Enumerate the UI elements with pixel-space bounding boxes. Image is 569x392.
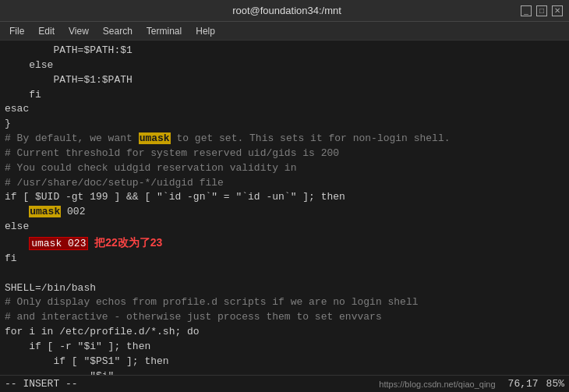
line-21: if [ -r "$i" ]; then <box>5 340 564 355</box>
menu-search[interactable]: Search <box>97 24 139 38</box>
line-23: . "$i" <box>5 369 564 375</box>
annotation-text: 把22改为了23 <box>94 236 162 249</box>
line-14: umask 023 把22改为了23 <box>5 235 564 252</box>
blog-url: https://blog.csdn.net/qiao_qing <box>379 380 495 389</box>
line-1: PATH=$PATH:$1 <box>5 44 564 58</box>
line-8: # Current threshold for system reserved … <box>5 147 564 161</box>
status-bar: -- INSERT -- https://blog.csdn.net/qiao_… <box>0 375 569 392</box>
vim-mode: -- INSERT -- <box>5 378 78 390</box>
line-5: esac <box>5 102 564 117</box>
cursor-position: 76,17 <box>508 378 539 390</box>
line-9: # You could check uidgid reservation val… <box>5 161 564 176</box>
line-10: # /usr/share/doc/setup-*/uidgid file <box>5 176 564 191</box>
line-15: fi <box>5 252 564 267</box>
line-20: for i in /etc/profile.d/*.sh; do <box>5 325 564 340</box>
scroll-percent: 85% <box>546 378 564 390</box>
line-6: } <box>5 117 564 132</box>
menu-help[interactable]: Help <box>189 24 221 38</box>
line-12: umask 002 <box>5 205 564 220</box>
line-18: # Only display echos from profile.d scri… <box>5 295 564 310</box>
menu-edit[interactable]: Edit <box>32 24 61 38</box>
line-13: else <box>5 220 564 235</box>
minimize-button[interactable]: _ <box>521 5 532 16</box>
line-19: # and interactive - otherwise just proce… <box>5 310 564 325</box>
terminal-content[interactable]: PATH=$PATH:$1 else PATH=$1:$PATH fi esac… <box>0 41 569 375</box>
window-controls[interactable]: _ □ ✕ <box>521 5 563 16</box>
line-4: fi <box>5 88 564 103</box>
line-11: if [ $UID -gt 199 ] && [ "`id -gn`" = "`… <box>5 190 564 205</box>
menu-terminal[interactable]: Terminal <box>140 24 188 38</box>
menu-file[interactable]: File <box>3 24 30 38</box>
line-3: PATH=$1:$PATH <box>5 73 564 88</box>
line-16 <box>5 267 564 281</box>
maximize-button[interactable]: □ <box>536 5 547 16</box>
line-2: else <box>5 58 564 73</box>
title-bar: root@foundation34:/mnt _ □ ✕ <box>0 0 569 22</box>
menu-view[interactable]: View <box>62 24 95 38</box>
line-7: # By default, we want umask to get set. … <box>5 132 564 147</box>
umask-box: umask 023 <box>29 237 88 250</box>
close-button[interactable]: ✕ <box>552 5 563 16</box>
window-title: root@foundation34:/mnt <box>53 5 521 16</box>
line-22: if [ "$PS1" ]; then <box>5 355 564 369</box>
menu-bar: File Edit View Search Terminal Help <box>0 22 569 41</box>
line-17: SHELL=/bin/bash <box>5 281 564 296</box>
